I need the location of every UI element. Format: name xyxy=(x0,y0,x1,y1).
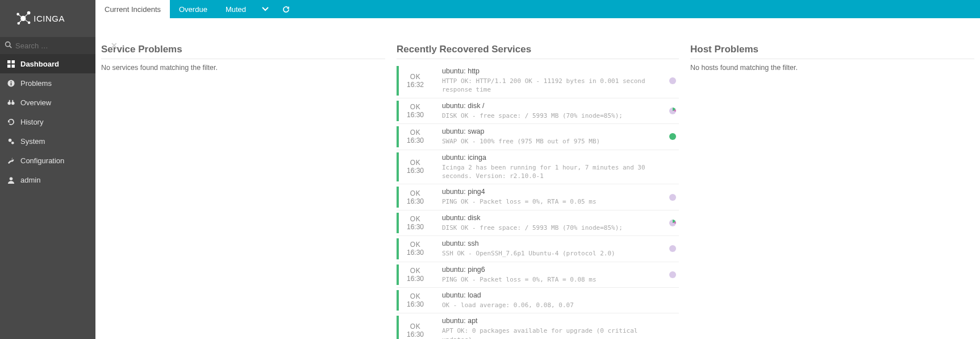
svg-point-10 xyxy=(6,42,10,47)
state-cell: OK16:30 xyxy=(397,187,432,207)
service-title: ubuntu: disk xyxy=(442,214,663,222)
state-label: OK xyxy=(410,215,420,223)
state-cell: OK16:30 xyxy=(397,126,432,147)
perfdata-pie xyxy=(666,66,679,96)
service-row[interactable]: OK16:30ubuntu: ping4PING OK - Packet los… xyxy=(397,184,679,209)
service-body: ubuntu: icingaIcinga 2 has been running … xyxy=(432,152,666,182)
service-message: PING OK - Packet loss = 0%, RTA = 0.08 m… xyxy=(442,275,663,284)
state-label: OK xyxy=(410,267,420,275)
svg-point-24 xyxy=(11,141,14,144)
service-title: ubuntu: load xyxy=(442,291,663,299)
service-body: ubuntu: ping4PING OK - Packet loss = 0%,… xyxy=(432,187,666,207)
clear-search-icon[interactable]: ✕ xyxy=(111,41,118,50)
panel-heading: Service Problems xyxy=(101,44,385,59)
nav-label: Overview xyxy=(20,98,51,107)
service-title: ubuntu: ssh xyxy=(442,239,663,247)
nav-label: System xyxy=(20,137,45,146)
service-row[interactable]: OK16:30ubuntu: aptAPT OK: 0 packages ava… xyxy=(397,313,679,339)
pie-icon xyxy=(669,220,676,226)
perfdata-pie xyxy=(666,152,679,182)
pie-icon xyxy=(669,133,676,140)
svg-rect-15 xyxy=(11,64,14,67)
tab-refresh[interactable] xyxy=(276,0,297,18)
refresh-icon xyxy=(282,6,290,13)
state-label: OK xyxy=(410,129,420,137)
history-icon xyxy=(6,118,16,126)
svg-rect-17 xyxy=(10,82,11,85)
nav-label: Configuration xyxy=(20,156,64,165)
dashboard-icon xyxy=(6,60,16,68)
service-row[interactable]: OK16:30ubuntu: ping6PING OK - Packet los… xyxy=(397,262,679,287)
tab-current-incidents[interactable]: Current Incidents xyxy=(95,0,170,18)
svg-line-6 xyxy=(23,13,28,19)
nav-label: History xyxy=(20,118,43,126)
tab-muted[interactable]: Muted xyxy=(216,0,255,18)
service-title: ubuntu: disk / xyxy=(442,102,663,110)
service-row[interactable]: OK16:30ubuntu: loadOK - load average: 0.… xyxy=(397,287,679,313)
perfdata-pie xyxy=(666,126,679,147)
service-row[interactable]: OK16:32ubuntu: httpHTTP OK: HTTP/1.1 200… xyxy=(397,64,679,98)
state-label: OK xyxy=(410,189,420,197)
nav-admin[interactable]: admin xyxy=(0,170,95,189)
nav-label: Problems xyxy=(20,79,52,88)
service-body: ubuntu: swapSWAP OK - 100% free (975 MB … xyxy=(432,126,666,147)
service-title: ubuntu: swap xyxy=(442,127,663,135)
service-row[interactable]: OK16:30ubuntu: diskDISK OK - free space:… xyxy=(397,210,679,235)
service-message: HTTP OK: HTTP/1.1 200 OK - 11192 bytes i… xyxy=(442,77,663,94)
service-row[interactable]: OK16:30ubuntu: sshSSH OK - OpenSSH_7.6p1… xyxy=(397,235,679,261)
main-area: Current Incidents Overdue Muted Service … xyxy=(95,0,980,339)
nav-overview[interactable]: Overview xyxy=(0,93,95,112)
service-row[interactable]: OK16:30ubuntu: swapSWAP OK - 100% free (… xyxy=(397,123,679,149)
state-cell: OK16:30 xyxy=(397,316,432,339)
state-time: 16:30 xyxy=(407,111,424,119)
wrench-icon xyxy=(6,157,16,164)
tab-overdue[interactable]: Overdue xyxy=(170,0,216,18)
nav-system[interactable]: System xyxy=(0,131,95,151)
service-body: ubuntu: disk /DISK OK - free space: / 59… xyxy=(432,101,666,121)
tab-label: Current Incidents xyxy=(105,5,161,14)
tab-more-dropdown[interactable] xyxy=(255,0,276,18)
svg-rect-18 xyxy=(10,81,11,82)
tab-label: Muted xyxy=(226,5,246,14)
service-body: ubuntu: loadOK - load average: 0.06, 0.0… xyxy=(432,290,666,311)
nav-history[interactable]: History xyxy=(0,112,95,131)
service-problems-panel: Service Problems No services found match… xyxy=(95,37,391,339)
state-time: 16:30 xyxy=(407,137,424,144)
state-time: 16:30 xyxy=(407,197,424,205)
service-message: Icinga 2 has been running for 1 hour, 7 … xyxy=(442,163,663,181)
panel-heading: Host Problems xyxy=(690,44,974,59)
service-message: DISK OK - free space: / 5993 MB (70% ino… xyxy=(442,224,663,232)
chevron-down-icon xyxy=(262,7,269,11)
pie-icon xyxy=(669,77,676,84)
svg-rect-12 xyxy=(7,60,10,63)
state-cell: OK16:30 xyxy=(397,213,432,233)
service-title: ubuntu: apt xyxy=(442,317,663,325)
service-row[interactable]: OK16:30ubuntu: disk /DISK OK - free spac… xyxy=(397,98,679,123)
state-cell: OK16:30 xyxy=(397,290,432,311)
pie-icon xyxy=(669,194,676,201)
state-cell: OK16:30 xyxy=(397,238,432,259)
perfdata-pie xyxy=(666,264,679,285)
svg-point-25 xyxy=(9,177,12,180)
service-title: ubuntu: ping4 xyxy=(442,188,663,196)
nav-problems[interactable]: Problems xyxy=(0,73,95,93)
state-time: 16:30 xyxy=(407,223,424,231)
state-time: 16:30 xyxy=(407,275,424,283)
search-input[interactable] xyxy=(15,42,111,50)
info-icon xyxy=(6,80,16,87)
service-row[interactable]: OK16:30ubuntu: icingaIcinga 2 has been r… xyxy=(397,150,679,184)
service-title: ubuntu: icinga xyxy=(442,154,663,162)
service-message: OK - load average: 0.06, 0.08, 0.07 xyxy=(442,301,663,309)
nav-configuration[interactable]: Configuration xyxy=(0,151,95,170)
brand-logo: ICINGA xyxy=(0,0,95,37)
service-message: SWAP OK - 100% free (975 MB out of 975 M… xyxy=(442,137,663,146)
nav-dashboard[interactable]: Dashboard xyxy=(0,54,95,73)
state-cell: OK16:30 xyxy=(397,264,432,285)
search-bar: ✕ xyxy=(0,37,95,54)
service-title: ubuntu: http xyxy=(442,67,663,75)
state-label: OK xyxy=(410,323,420,330)
state-cell: OK16:32 xyxy=(397,66,432,96)
recently-recovered-panel: Recently Recovered Services OK16:32ubunt… xyxy=(391,37,685,339)
perfdata-pie xyxy=(666,101,679,121)
empty-message: No hosts found matching the filter. xyxy=(690,64,974,72)
